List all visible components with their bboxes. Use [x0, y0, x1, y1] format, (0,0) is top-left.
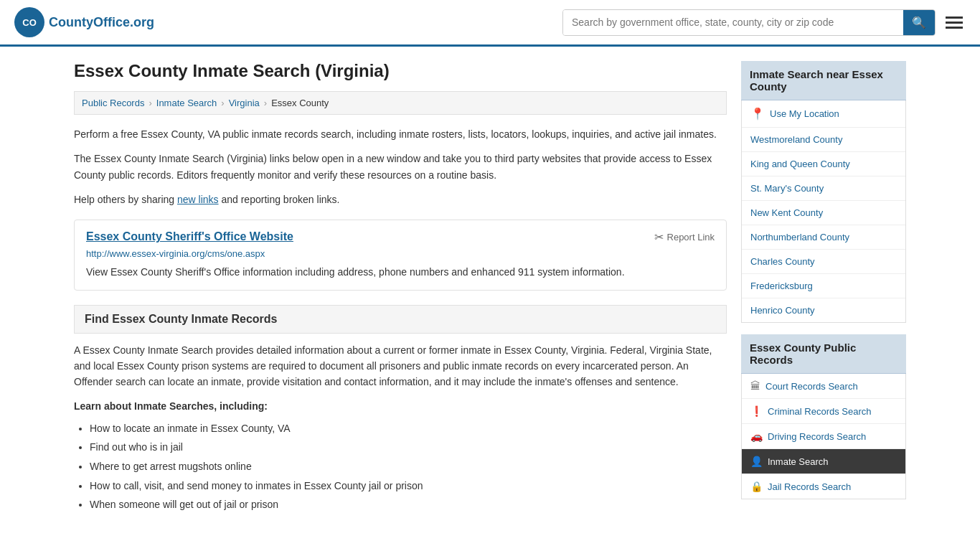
description-1: Perform a free Essex County, VA public i…: [74, 126, 727, 142]
public-records-list: 🏛 Court Records Search ❗ Criminal Record…: [741, 374, 906, 499]
pr-jail-records[interactable]: 🔒 Jail Records Search: [742, 474, 905, 499]
bullet-list: How to locate an inmate in Essex County,…: [74, 419, 727, 514]
nearby-section: Inmate Search near Essex County 📍 Use My…: [741, 61, 906, 323]
nearby-king-queen[interactable]: King and Queen County: [742, 152, 905, 176]
section-info-text: A Essex County Inmate Search provides de…: [74, 342, 727, 390]
king-queen-link[interactable]: King and Queen County: [750, 159, 850, 169]
st-marys-link[interactable]: St. Mary's County: [750, 183, 824, 194]
resource-title-link[interactable]: Essex County Sheriff's Office Website: [86, 230, 293, 243]
public-records-section: Essex County Public Records 🏛 Court Reco…: [741, 334, 906, 499]
header-right: 🔍: [562, 9, 966, 36]
bullet-item-3: Where to get arrest mugshots online: [90, 457, 727, 476]
description-3: Help others by sharing new links and rep…: [74, 192, 727, 207]
pr-court-records[interactable]: 🏛 Court Records Search: [742, 374, 905, 399]
search-bar: 🔍: [562, 9, 936, 36]
location-pin-icon: 📍: [750, 107, 765, 121]
inmate-search-link[interactable]: Inmate Search: [768, 456, 829, 467]
court-records-link[interactable]: Court Records Search: [765, 381, 858, 392]
breadcrumb-essex: Essex County: [271, 98, 329, 108]
criminal-icon: ❗: [750, 405, 763, 417]
nearby-heading: Inmate Search near Essex County: [741, 61, 906, 100]
bullet-item-5: When someone will get out of jail or pri…: [90, 495, 727, 514]
bullet-item-2: Find out who is in jail: [90, 438, 727, 457]
charles-link[interactable]: Charles County: [750, 256, 815, 267]
find-records-section-box: Find Essex County Inmate Records: [74, 305, 727, 334]
new-kent-link[interactable]: New Kent County: [750, 207, 823, 218]
nearby-northumberland[interactable]: Northumberland County: [742, 225, 905, 250]
menu-line: [946, 27, 963, 29]
nearby-charles[interactable]: Charles County: [742, 250, 905, 274]
section-title: Find Essex County Inmate Records: [85, 313, 278, 325]
resource-card: Essex County Sheriff's Office Website ✂ …: [74, 220, 727, 291]
logo-icon: CO: [14, 7, 44, 37]
pr-criminal-records[interactable]: ❗ Criminal Records Search: [742, 399, 905, 424]
henrico-link[interactable]: Henrico County: [750, 305, 815, 316]
breadcrumb-virginia[interactable]: Virginia: [229, 98, 260, 108]
main-container: Essex County Inmate Search (Virginia) Pu…: [60, 47, 920, 529]
report-icon: ✂: [654, 230, 664, 244]
menu-line: [946, 17, 963, 19]
fredericksburg-link[interactable]: Fredericksburg: [750, 281, 813, 291]
pr-inmate-search[interactable]: 👤 Inmate Search: [742, 449, 905, 474]
resource-description: View Essex County Sheriff's Office infor…: [86, 265, 715, 280]
svg-text:CO: CO: [22, 17, 37, 28]
content-area: Essex County Inmate Search (Virginia) Pu…: [74, 61, 727, 514]
use-my-location-link[interactable]: Use My Location: [770, 108, 839, 119]
bullet-item-4: How to call, visit, and send money to in…: [90, 476, 727, 496]
menu-line: [946, 22, 963, 24]
search-input[interactable]: [563, 10, 903, 35]
northumberland-link[interactable]: Northumberland County: [750, 232, 849, 242]
breadcrumb-sep: ›: [149, 98, 151, 108]
resource-card-header: Essex County Sheriff's Office Website ✂ …: [86, 230, 715, 244]
sidebar: Inmate Search near Essex County 📍 Use My…: [741, 61, 906, 514]
westmoreland-link[interactable]: Westmoreland County: [750, 134, 842, 145]
breadcrumb-sep: ›: [264, 98, 267, 108]
report-link-label: Report Link: [667, 232, 715, 242]
learn-title: Learn about Inmate Searches, including:: [74, 400, 727, 412]
logo-text: CountyOffice.org: [49, 15, 154, 30]
public-records-heading: Essex County Public Records: [741, 334, 906, 374]
logo[interactable]: CO CountyOffice.org: [14, 7, 154, 37]
court-icon: 🏛: [750, 380, 760, 392]
description-section: Perform a free Essex County, VA public i…: [74, 126, 727, 208]
search-button[interactable]: 🔍: [903, 10, 935, 35]
nearby-use-my-location[interactable]: 📍 Use My Location: [742, 100, 905, 128]
page-title: Essex County Inmate Search (Virginia): [74, 61, 727, 81]
nearby-henrico[interactable]: Henrico County: [742, 298, 905, 322]
inmate-icon: 👤: [750, 456, 763, 467]
nearby-list: 📍 Use My Location Westmoreland County Ki…: [741, 100, 906, 323]
nearby-new-kent[interactable]: New Kent County: [742, 201, 905, 225]
new-links-link[interactable]: new links: [177, 194, 219, 205]
nearby-westmoreland[interactable]: Westmoreland County: [742, 128, 905, 152]
breadcrumb-sep: ›: [221, 98, 224, 108]
description-2: The Essex County Inmate Search (Virginia…: [74, 151, 727, 183]
jail-icon: 🔒: [750, 481, 763, 492]
bullet-item-1: How to locate an inmate in Essex County,…: [90, 419, 727, 438]
report-link-button[interactable]: ✂ Report Link: [654, 230, 715, 244]
nearby-st-marys[interactable]: St. Mary's County: [742, 176, 905, 201]
driving-records-link[interactable]: Driving Records Search: [768, 431, 866, 442]
pr-driving-records[interactable]: 🚗 Driving Records Search: [742, 424, 905, 449]
breadcrumb-public-records[interactable]: Public Records: [82, 98, 144, 108]
resource-url[interactable]: http://www.essex-virginia.org/cms/one.as…: [86, 248, 715, 259]
criminal-records-link[interactable]: Criminal Records Search: [768, 406, 872, 417]
breadcrumb-inmate-search[interactable]: Inmate Search: [156, 98, 217, 108]
site-header: CO CountyOffice.org 🔍: [0, 0, 980, 47]
jail-records-link[interactable]: Jail Records Search: [768, 481, 851, 492]
breadcrumb: Public Records › Inmate Search › Virgini…: [74, 91, 727, 115]
driving-icon: 🚗: [750, 430, 763, 442]
hamburger-menu-button[interactable]: [943, 14, 966, 32]
nearby-fredericksburg[interactable]: Fredericksburg: [742, 274, 905, 298]
